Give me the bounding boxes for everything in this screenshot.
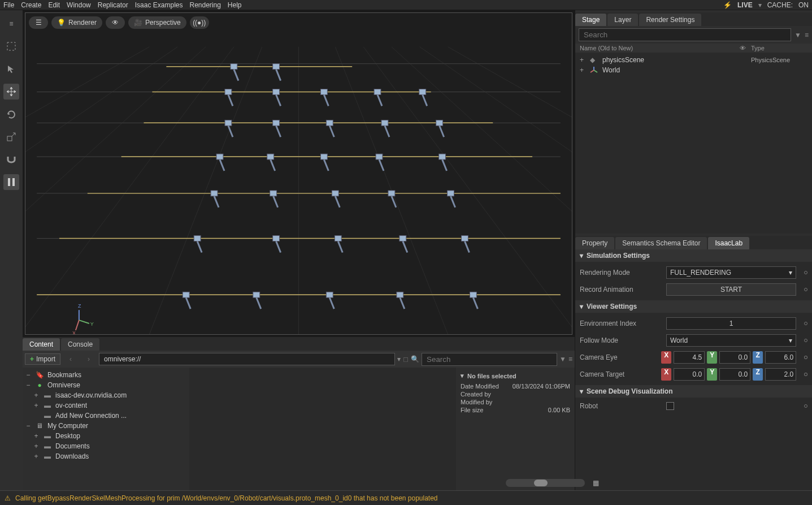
- svg-rect-2: [8, 178, 10, 186]
- path-input[interactable]: [99, 353, 395, 365]
- bulb-icon: 💡: [57, 19, 65, 27]
- tree-ov-content[interactable]: +▬ov-content: [23, 400, 189, 411]
- camera-eye-z[interactable]: 6.0: [765, 351, 796, 364]
- cache-value[interactable]: ON: [798, 1, 809, 9]
- filter-icon[interactable]: ▼: [559, 355, 566, 363]
- chevron-down-icon[interactable]: ▾: [461, 372, 464, 379]
- reset-dot[interactable]: [804, 404, 807, 408]
- live-indicator[interactable]: LIVE: [737, 1, 753, 9]
- robot-checkbox[interactable]: [666, 402, 674, 410]
- viewport-settings-button[interactable]: ☰: [29, 16, 48, 29]
- reset-dot[interactable]: [804, 356, 807, 359]
- tab-property[interactable]: Property: [575, 237, 614, 249]
- reset-dot[interactable]: [804, 288, 807, 291]
- pause-tool[interactable]: [3, 174, 19, 190]
- menu-create[interactable]: Create: [21, 1, 41, 9]
- stage-row-physicsscene[interactable]: +◆ physicsScenePhysicsScene: [577, 55, 810, 65]
- tree-bookmarks[interactable]: −🔖Bookmarks: [23, 370, 189, 380]
- reset-dot[interactable]: [804, 339, 807, 342]
- select-tool[interactable]: [3, 61, 19, 77]
- tree-my-computer[interactable]: −🖥My Computer: [23, 421, 189, 431]
- axes-icon: [590, 66, 599, 74]
- menu-edit[interactable]: Edit: [48, 1, 60, 9]
- svg-line-39: [590, 70, 594, 72]
- tree-desktop[interactable]: +▬Desktop: [23, 431, 189, 441]
- stage-search-input[interactable]: [579, 28, 791, 41]
- svg-rect-3: [12, 178, 15, 186]
- menu-file[interactable]: File: [3, 1, 14, 9]
- path-chevron-icon[interactable]: ▾: [397, 355, 401, 363]
- tab-console[interactable]: Console: [61, 338, 99, 351]
- rotate-tool[interactable]: [3, 106, 19, 122]
- camera-eye-y[interactable]: 0.0: [719, 351, 750, 364]
- x-axis-label: X: [661, 368, 671, 381]
- tree-isaac-dev[interactable]: +▬isaac-dev.ov.nvidia.com: [23, 390, 189, 400]
- import-button[interactable]: +Import: [25, 353, 60, 365]
- content-search-input[interactable]: [422, 353, 557, 366]
- camera-eye-label: Camera Eye: [580, 353, 657, 361]
- camera-eye-x[interactable]: 4.5: [674, 351, 705, 364]
- thumbnail-size-slider[interactable]: [506, 479, 585, 487]
- section-simulation-settings[interactable]: ▾Simulation Settings: [575, 249, 812, 262]
- plus-icon: +: [30, 355, 34, 363]
- scale-tool[interactable]: [3, 129, 19, 145]
- menu-replicator[interactable]: Replicator: [98, 1, 128, 9]
- menu-help[interactable]: Help: [228, 1, 242, 9]
- tree-omniverse[interactable]: −●Omniverse: [23, 380, 189, 390]
- wave-button[interactable]: ((●)): [190, 16, 209, 29]
- tree-downloads[interactable]: +▬Downloads: [23, 451, 189, 461]
- tree-add-connection[interactable]: ▬Add New Connection ...: [23, 411, 189, 421]
- tab-semantics[interactable]: Semantics Schema Editor: [615, 237, 707, 249]
- reset-dot[interactable]: [804, 373, 807, 376]
- reset-dot[interactable]: [804, 271, 807, 274]
- warning-icon: ⚠: [5, 494, 11, 502]
- camera-target-x[interactable]: 0.0: [674, 368, 705, 381]
- status-bar: ⚠ Calling getBypassRenderSkelMeshProcess…: [0, 490, 812, 505]
- grid-view-icon[interactable]: ▦: [590, 478, 601, 488]
- renderer-button[interactable]: 💡Renderer: [51, 16, 102, 29]
- live-chevron-icon[interactable]: ▾: [758, 1, 762, 9]
- tab-render-settings[interactable]: Render Settings: [639, 14, 701, 26]
- follow-mode-dropdown[interactable]: World▾: [666, 334, 796, 347]
- menu-isaac-examples[interactable]: Isaac Examples: [135, 1, 183, 9]
- stage-row-world[interactable]: + World: [577, 65, 810, 75]
- env-index-field[interactable]: 1: [666, 317, 796, 330]
- drive-icon: ▬: [43, 432, 52, 440]
- section-scene-debug[interactable]: ▾Scene Debug Visualization: [575, 385, 812, 398]
- record-start-button[interactable]: START: [666, 283, 796, 296]
- svg-line-22: [25, 47, 149, 334]
- file-browser[interactable]: ▦: [189, 368, 456, 490]
- perspective-button[interactable]: 🎥Perspective: [128, 16, 186, 29]
- z-axis-label: Z: [753, 368, 763, 381]
- rendering-mode-dropdown[interactable]: FULL_RENDERING▾: [666, 266, 796, 279]
- nav-forward-button[interactable]: ›: [81, 351, 97, 367]
- bookmark-icon[interactable]: ◻: [403, 355, 409, 363]
- snap-tool[interactable]: [3, 152, 19, 167]
- svg-line-35: [76, 320, 79, 330]
- options-icon[interactable]: ≡: [568, 355, 572, 363]
- move-tool[interactable]: [3, 84, 19, 100]
- menu-rendering[interactable]: Rendering: [189, 1, 220, 9]
- viewport[interactable]: ☰ 💡Renderer 👁 🎥Perspective ((●)): [25, 12, 572, 335]
- camera-target-y[interactable]: 0.0: [719, 368, 750, 381]
- nav-back-button[interactable]: ‹: [63, 351, 79, 367]
- eye-button[interactable]: 👁: [106, 16, 125, 29]
- frame-tool[interactable]: [3, 38, 19, 54]
- reset-dot[interactable]: [804, 322, 807, 325]
- tab-content[interactable]: Content: [23, 338, 60, 351]
- tab-stage[interactable]: Stage: [575, 14, 606, 26]
- renderer-label: Renderer: [68, 19, 97, 27]
- stage-options-icon[interactable]: ≡: [805, 31, 809, 39]
- hamburger-tool[interactable]: ≡: [3, 16, 19, 32]
- y-axis-label: Y: [707, 368, 717, 381]
- stage-filter-icon[interactable]: ▼: [794, 31, 801, 39]
- menu-window[interactable]: Window: [67, 1, 91, 9]
- tab-isaaclab[interactable]: IsaacLab: [708, 237, 749, 249]
- tab-layer[interactable]: Layer: [607, 14, 638, 26]
- chevron-down-icon: ▾: [789, 269, 792, 277]
- tree-documents[interactable]: +▬Documents: [23, 441, 189, 451]
- eye-column-icon: 👁: [734, 45, 751, 51]
- svg-line-33: [79, 320, 89, 323]
- camera-target-z[interactable]: 2.0: [765, 368, 796, 381]
- section-viewer-settings[interactable]: ▾Viewer Settings: [575, 300, 812, 313]
